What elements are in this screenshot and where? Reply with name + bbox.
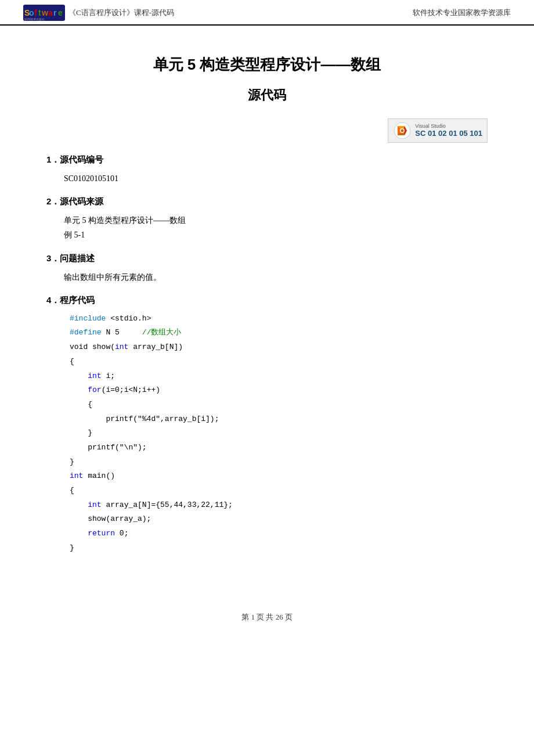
- code-line-14: int array_a[N]={55,44,33,22,11};: [70, 498, 488, 513]
- code-int-keyword-4: int: [88, 501, 101, 509]
- code-line-8: printf("%4d",array_b[i]);: [70, 412, 488, 427]
- code-include-keyword: #include: [70, 314, 106, 323]
- section-1-heading: 1．源代码编号: [46, 154, 488, 165]
- code-line-12: int main(): [70, 469, 488, 484]
- vs-badge-text-block: Visual Studio SC 01 02 01 05 101: [415, 123, 482, 138]
- code-int-keyword-2: int: [88, 372, 101, 380]
- section-4-title: 程序代码: [60, 295, 95, 305]
- section-2-title: 源代码来源: [60, 196, 103, 206]
- section-3: 3．问题描述 输出数组中所有元素的值。: [46, 253, 488, 285]
- code-line-6: for(i=0;i<N;i++): [70, 383, 488, 398]
- code-line-3: void show(int array_b[N]): [70, 340, 488, 355]
- section-3-heading: 3．问题描述: [46, 253, 488, 264]
- code-line-13: {: [70, 484, 488, 498]
- code-define-keyword: #define: [70, 328, 102, 337]
- section-2: 2．源代码来源 单元 5 构造类型程序设计——数组 例 5-1: [46, 196, 488, 242]
- section-2-line-2: 例 5-1: [64, 228, 488, 242]
- section-1-line-1: SC01020105101: [64, 171, 488, 186]
- header-left: S o f t w a r e 软件技术出版社 《C语言程序设计》课程-源代码: [23, 5, 174, 21]
- section-1-number: 1．: [46, 154, 60, 164]
- page-footer: 第 1 页 共 26 页: [0, 612, 534, 634]
- section-3-content: 输出数组中所有元素的值。: [46, 270, 488, 285]
- code-line-10: printf("\n");: [70, 441, 488, 455]
- page-main-title: 单元 5 构造类型程序设计——数组: [46, 55, 488, 75]
- header-title: 《C语言程序设计》课程-源代码: [68, 8, 174, 18]
- vs-badge-label: Visual Studio: [415, 123, 482, 129]
- section-1-title: 源代码编号: [60, 154, 103, 164]
- code-line-5: int i;: [70, 369, 488, 384]
- section-3-line-1: 输出数组中所有元素的值。: [64, 270, 488, 285]
- svg-text:o: o: [29, 8, 34, 17]
- code-for-keyword: for: [88, 386, 101, 394]
- svg-text:f: f: [34, 8, 37, 17]
- code-block: #include <stdio.h> #define N 5 //数组大小 vo…: [46, 312, 488, 556]
- page-header: S o f t w a r e 软件技术出版社 《C语言程序设计》课程-源代码 …: [0, 0, 534, 26]
- footer-text: 第 1 页 共 26 页: [241, 613, 293, 621]
- section-4: 4．程序代码 #include <stdio.h> #define N 5 //…: [46, 295, 488, 556]
- section-3-title: 问题描述: [60, 253, 95, 263]
- svg-text:r: r: [53, 8, 57, 17]
- section-2-line-1: 单元 5 构造类型程序设计——数组: [64, 213, 488, 228]
- code-line-16: return 0;: [70, 527, 488, 541]
- code-comment-1: //数组大小: [142, 328, 182, 337]
- svg-text:e: e: [58, 8, 63, 17]
- main-content: 单元 5 构造类型程序设计——数组 源代码 Visual Studio SC 0…: [0, 26, 534, 589]
- software-logo-icon: S o f t w a r e 软件技术出版社: [23, 5, 65, 21]
- logo: S o f t w a r e 软件技术出版社: [23, 5, 65, 21]
- code-return-keyword: return: [88, 529, 115, 538]
- section-4-number: 4．: [46, 295, 60, 305]
- code-line-17: }: [70, 541, 488, 556]
- page-sub-title: 源代码: [46, 87, 488, 104]
- code-line-4: {: [70, 355, 488, 369]
- section-2-heading: 2．源代码来源: [46, 196, 488, 207]
- header-right: 软件技术专业国家教学资源库: [413, 8, 511, 18]
- code-line-2: #define N 5 //数组大小: [70, 326, 488, 340]
- svg-text:t: t: [38, 8, 41, 17]
- section-2-number: 2．: [46, 196, 60, 206]
- section-1-content: SC01020105101: [46, 171, 488, 186]
- section-4-heading: 4．程序代码: [46, 295, 488, 306]
- section-2-content: 单元 5 构造类型程序设计——数组 例 5-1: [46, 213, 488, 242]
- code-line-9: }: [70, 426, 488, 441]
- svg-point-16: [401, 129, 404, 132]
- section-1: 1．源代码编号 SC01020105101: [46, 154, 488, 186]
- code-line-7: {: [70, 398, 488, 412]
- svg-text:软件技术出版社: 软件技术出版社: [24, 17, 45, 21]
- code-line-11: }: [70, 455, 488, 470]
- vs-badge-wrapper: Visual Studio SC 01 02 01 05 101: [46, 118, 488, 143]
- vs-badge-code: SC 01 02 01 05 101: [415, 129, 482, 138]
- vs-badge: Visual Studio SC 01 02 01 05 101: [388, 118, 488, 143]
- code-line-1: #include <stdio.h>: [70, 312, 488, 326]
- code-int-keyword-3: int: [70, 471, 83, 480]
- code-int-keyword-1: int: [115, 343, 128, 351]
- svg-text:a: a: [48, 8, 53, 17]
- section-3-number: 3．: [46, 253, 60, 263]
- code-line-15: show(array_a);: [70, 512, 488, 527]
- svg-text:w: w: [41, 8, 48, 17]
- visual-studio-icon: [393, 121, 412, 140]
